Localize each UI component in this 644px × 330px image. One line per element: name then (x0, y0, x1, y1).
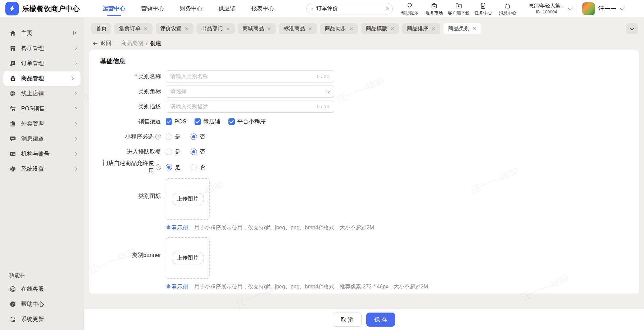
tab-standard-products[interactable]: 标准商品✕ (279, 23, 317, 34)
field-sales-channels: 销售渠道 POS 微店铺 平台小程序 (100, 114, 639, 129)
radio-yes[interactable]: 是 (166, 163, 180, 171)
tab-label: 标准商品 (283, 25, 305, 32)
radio-no[interactable]: 否 (191, 163, 205, 171)
tab-product-sync[interactable]: 商品同步✕ (320, 23, 358, 34)
category-icon-upload-dropzone[interactable]: 上传图片 (166, 178, 210, 220)
sidebar-item-pos-sales[interactable]: POS销售 (0, 101, 84, 116)
tabs-overflow-button[interactable] (626, 23, 638, 34)
sidebar-item-system-update[interactable]: 系统更新 (0, 312, 84, 327)
close-icon[interactable]: ✕ (144, 26, 148, 31)
top-header: 乐檬餐饮商户中心 运营中心 营销中心 财务中心 供应链 报表中心 帮助提示 服务… (0, 0, 644, 17)
help-icon[interactable]: ? (156, 164, 161, 170)
chevron-right-icon (73, 137, 77, 141)
avatar[interactable] (582, 2, 595, 15)
chevron-down-icon[interactable] (620, 5, 625, 10)
chevron-right-icon (73, 46, 77, 50)
field-category-icon: 类别图标 上传图片 (100, 178, 639, 220)
breadcrumb-section[interactable]: 商品类别 (121, 40, 143, 47)
close-icon[interactable]: ✕ (431, 26, 436, 31)
category-banner-upload-dropzone[interactable]: 上传图片 (166, 237, 210, 279)
close-icon[interactable]: ✕ (473, 26, 477, 31)
close-icon[interactable]: ✕ (185, 26, 189, 31)
tab-home[interactable]: 首页 (91, 23, 111, 34)
product-icon (9, 75, 16, 82)
close-icon[interactable]: ✕ (308, 26, 312, 31)
tab-mall-products[interactable]: 商城商品✕ (238, 23, 276, 34)
collapse-sidebar-icon[interactable] (72, 25, 78, 41)
close-icon[interactable]: ✕ (390, 26, 394, 31)
clear-search-icon[interactable] (386, 5, 389, 12)
search-input[interactable] (316, 6, 386, 12)
nav-marketing-center[interactable]: 营销中心 (141, 0, 164, 17)
help-tips-button[interactable]: 帮助提示 (397, 1, 422, 16)
channel-micro-store-checkbox[interactable]: 微店铺 (195, 118, 220, 125)
main-content: 首页 堂食订单✕ 评价设置✕ 出品部门✕ 商城商品✕ 标准商品✕ 商品同步✕ 商… (84, 17, 644, 330)
field-mini-program-required: 小程序必选? 是 否 (100, 129, 639, 144)
radio-yes[interactable]: 是 (166, 133, 180, 141)
tab-product-template[interactable]: 商品模版✕ (361, 23, 399, 34)
back-button[interactable]: 返回 (92, 40, 111, 47)
upload-image-button[interactable]: 上传图片 (172, 252, 204, 264)
field-label: 类别名称 (138, 72, 161, 80)
sidebar-item-takeout-management[interactable]: 外卖管理 (0, 116, 84, 131)
checkbox-label: 平台小程序 (237, 118, 266, 125)
tab-review-settings[interactable]: 评价设置✕ (156, 23, 194, 34)
radio-no[interactable]: 否 (191, 148, 205, 156)
form-action-bar: 取 消 保 存 (84, 309, 644, 330)
save-button[interactable]: 保 存 (366, 313, 395, 327)
tab-production-dept[interactable]: 出品部门✕ (197, 23, 235, 34)
radio-yes[interactable]: 是 (166, 148, 180, 156)
sidebar-item-help-center[interactable]: ? 帮助中心 (0, 296, 84, 312)
help-icon[interactable]: ? (155, 134, 161, 140)
field-queue-pickup: 进入排队取餐 是 否 (100, 144, 639, 159)
storefront-icon (9, 45, 16, 52)
close-icon[interactable]: ✕ (349, 26, 354, 31)
channel-pos-checkbox[interactable]: POS (166, 118, 186, 125)
tab-label: 出品部门 (201, 25, 223, 32)
category-icon-hint: 查看示例 用于小程序展示使用，仅支持gif、jpeg、png、bmp4种格式，大… (166, 224, 639, 232)
sidebar-item-message-channel[interactable]: 消息渠道 (0, 131, 84, 146)
global-search[interactable] (306, 3, 393, 14)
radio-unselected-icon (166, 133, 172, 140)
sidebar-item-online-store[interactable]: 线上店铺 (0, 86, 84, 101)
tab-dine-in-orders[interactable]: 堂食订单✕ (114, 23, 153, 34)
nav-operations-center[interactable]: 运营中心 (103, 0, 125, 17)
sidebar-item-org-account[interactable]: 机构与账号 (0, 146, 84, 161)
tab-product-sort[interactable]: 商品排序✕ (402, 23, 440, 34)
arrow-left-icon (92, 40, 98, 47)
sidebar-item-online-support[interactable]: 在线客服 (0, 281, 84, 296)
nav-finance-center[interactable]: 财务中心 (180, 0, 203, 17)
nav-supply-chain[interactable]: 供应链 (218, 0, 235, 17)
view-example-link[interactable]: 查看示例 (166, 224, 189, 232)
org-selector[interactable]: 总部/年轻人第... ID: 100004 (529, 3, 571, 14)
question-circle-icon: ? (9, 300, 16, 308)
sidebar-item-home[interactable]: 主页 (0, 25, 84, 41)
sidebar-item-label: 消息渠道 (21, 135, 44, 143)
view-example-link[interactable]: 查看示例 (166, 283, 189, 291)
checkbox-label: POS (174, 118, 186, 125)
sidebar-item-product-management[interactable]: 商品管理 (3, 71, 80, 86)
breadcrumb: 返回 商品类别 / 创建 (92, 40, 644, 47)
nav-report-center[interactable]: 报表中心 (251, 0, 274, 17)
upload-image-button[interactable]: 上传图片 (172, 193, 204, 205)
chat-icon (9, 135, 16, 143)
category-desc-input[interactable] (166, 101, 334, 113)
cancel-button[interactable]: 取 消 (333, 313, 362, 327)
sidebar-item-system-settings[interactable]: 系统设置 (0, 161, 84, 176)
radio-selected-icon (166, 164, 172, 170)
message-center-button[interactable]: 消息中心 (495, 1, 520, 16)
sidebar-item-order-management[interactable]: 订单管理 (0, 56, 84, 71)
channel-mini-program-checkbox[interactable]: 平台小程序 (228, 118, 266, 125)
close-icon[interactable]: ✕ (226, 26, 230, 31)
category-name-input[interactable] (166, 70, 334, 82)
category-badge-select[interactable]: 请选择 (166, 86, 334, 98)
task-center-button[interactable]: 任务中心 (471, 1, 495, 16)
radio-no[interactable]: 否 (191, 133, 205, 141)
sidebar-item-label: 机构与账号 (21, 150, 50, 158)
tab-product-category[interactable]: 商品类别✕ (443, 23, 482, 34)
service-market-button[interactable]: 服务市场 (422, 1, 446, 16)
client-download-button[interactable]: 客户端下载 (446, 1, 471, 16)
section-title: 基础信息 (100, 57, 639, 66)
close-icon[interactable]: ✕ (267, 26, 271, 31)
sidebar-item-restaurant-management[interactable]: 餐厅管理 (0, 41, 84, 56)
